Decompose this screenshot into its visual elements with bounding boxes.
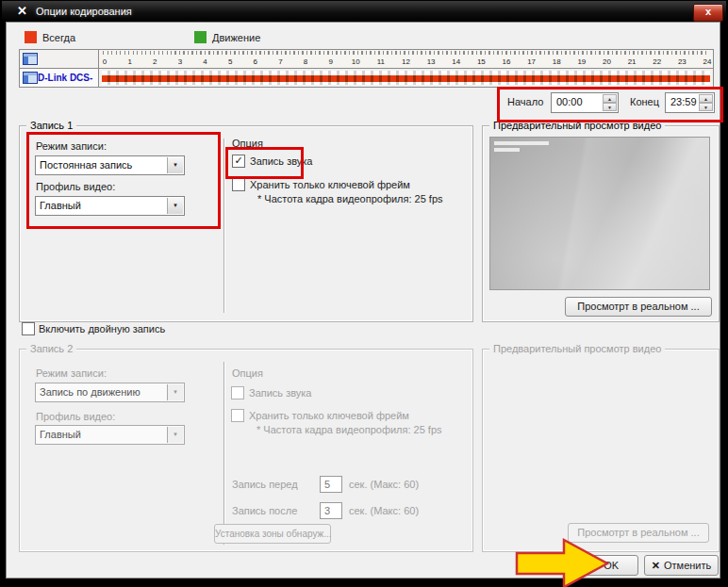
record1-mode-select[interactable]: Постоянная запись ▼ [35, 155, 185, 175]
osd-text-overlay [494, 148, 520, 152]
preview2-group-title: Предварительный просмотр видео [489, 343, 665, 354]
spin-up-icon[interactable]: ▲ [699, 94, 713, 103]
record2-keyframe-checkbox [231, 409, 244, 422]
cancel-button[interactable]: ✕Отменить [644, 555, 719, 576]
preview1-group-title: Предварительный просмотр видео [489, 120, 665, 131]
legend-always-swatch [25, 31, 37, 43]
cancel-button-label: Отменить [664, 560, 711, 571]
chevron-down-icon: ▼ [167, 427, 183, 443]
pre-record-unit: сек. (Макс: 60) [349, 479, 419, 490]
start-time-label: Начало [507, 96, 543, 107]
start-time-spinner[interactable]: 00:00 ▲ ▼ [551, 92, 619, 113]
hour-label: 2 [153, 57, 157, 66]
ok-button[interactable]: ✓OK [568, 555, 638, 576]
camera-icon [23, 72, 38, 84]
camera-name-label: D-Link DCS- [38, 73, 92, 83]
pre-record-label: Запись перед [232, 479, 298, 490]
record2-divider [223, 362, 225, 545]
record1-mode-label: Режим записи: [36, 140, 107, 152]
record2-profile-label: Профиль видео: [36, 411, 115, 422]
selected-value: Главный [40, 429, 81, 440]
hour-label: 23 [678, 57, 687, 66]
timeline-header-cell [19, 49, 99, 69]
record1-option-title: Опция [232, 138, 263, 149]
record1-profile-select[interactable]: Главный ▼ [35, 196, 185, 216]
end-time-spinner[interactable]: 23:59 ▲ ▼ [665, 92, 715, 113]
hour-label: 9 [328, 57, 332, 66]
close-x-icon: x [705, 6, 711, 17]
hour-label: 1 [127, 57, 131, 66]
hour-label: 0 [103, 57, 107, 66]
ok-button-label: OK [604, 560, 619, 571]
chevron-down-icon: ▼ [167, 198, 183, 214]
legend-always-label: Всегда [42, 32, 75, 43]
preview2-group [482, 349, 720, 552]
hour-label: 20 [603, 57, 611, 66]
video-preview [489, 137, 710, 290]
hour-label: 4 [203, 57, 207, 66]
record1-audio-label: Запись звука [250, 155, 312, 167]
end-time-label: Конец [630, 96, 659, 107]
record1-keyframe-label: Хранить только ключевой фрейм [250, 179, 410, 190]
hour-label: 22 [653, 57, 661, 66]
spin-up-icon[interactable]: ▲ [603, 94, 617, 103]
record1-audio-checkbox[interactable]: ✓ [232, 155, 245, 168]
hour-label: 14 [452, 57, 460, 66]
post-record-field: 3 [320, 502, 342, 519]
check-icon: ✓ [234, 155, 242, 166]
hour-label: 3 [178, 57, 182, 66]
record2-mode-select: Запись по движению ▼ [35, 383, 185, 402]
osd-text-overlay [494, 141, 549, 145]
detection-zone-button: Установка зоны обнаруж... [214, 524, 331, 544]
app-icon: ✕ [17, 4, 27, 18]
selected-value: Главный [40, 200, 81, 211]
hour-label: 5 [228, 57, 232, 66]
pre-record-field: 5 [320, 476, 342, 493]
timeline-ruler-labels: 0123456789101112131415161718192021222324 [105, 50, 707, 68]
hour-label: 15 [477, 57, 486, 66]
selected-value: Запись по движению [40, 386, 141, 398]
record2-audio-checkbox [231, 386, 244, 399]
end-time-value: 23:59 [670, 96, 697, 107]
record2-keyframe-label: Хранить только ключевой фрейм [249, 410, 409, 421]
preview2-live-button: Просмотрт в реальном ... [568, 523, 709, 543]
hour-label: 13 [427, 57, 436, 66]
record1-divider [223, 139, 225, 313]
legend-motion-label: Движение [212, 32, 260, 43]
ok-check-icon: ✓ [587, 560, 596, 571]
selected-value: Постоянная запись [40, 159, 132, 171]
hour-label: 19 [577, 57, 586, 66]
hour-label: 10 [352, 57, 360, 66]
chevron-down-icon: ▼ [167, 157, 183, 173]
live-button-label: Просмотрт в реальном ... [577, 527, 699, 538]
preview1-live-button[interactable]: Просмотрт в реальном ... [565, 297, 712, 317]
timeline-schedule-bar[interactable] [98, 68, 714, 88]
hour-label: 21 [628, 57, 637, 66]
cancel-x-icon: ✕ [652, 560, 660, 571]
spin-down-icon[interactable]: ▼ [603, 103, 617, 111]
hour-label: 16 [503, 57, 511, 66]
legend-motion-swatch [194, 31, 207, 43]
record1-profile-label: Профиль видео: [36, 181, 115, 192]
window-title: Опции кодирования [36, 6, 132, 17]
spin-down-icon[interactable]: ▼ [699, 103, 713, 111]
post-record-label: Запись после [232, 505, 297, 516]
record1-keyframe-note: * Частота кадра видеопрофиля: 25 fps [257, 193, 443, 204]
hour-label: 12 [402, 57, 410, 66]
close-button[interactable]: x [693, 4, 723, 22]
title-bar: ✕ Опции кодирования x [2, 1, 726, 22]
hour-label: 17 [527, 57, 536, 66]
record2-profile-select: Главный ▼ [35, 425, 185, 445]
hour-label: 18 [553, 57, 561, 66]
dual-record-label: Включить двойную запись [39, 323, 165, 334]
live-button-label: Просмотрт в реальном ... [577, 301, 699, 312]
timeline-ruler: 0123456789101112131415161718192021222324 [98, 49, 714, 69]
record1-keyframe-checkbox[interactable] [232, 178, 245, 191]
camera-list-icon [23, 53, 38, 65]
chevron-down-icon: ▼ [167, 384, 183, 400]
dual-record-checkbox[interactable] [22, 322, 35, 335]
record2-group [19, 349, 473, 552]
hour-label: 6 [254, 57, 257, 66]
always-record-band [102, 75, 710, 82]
record2-keyframe-note: * Частота кадра видеопрофиля: 25 fps [256, 424, 442, 435]
